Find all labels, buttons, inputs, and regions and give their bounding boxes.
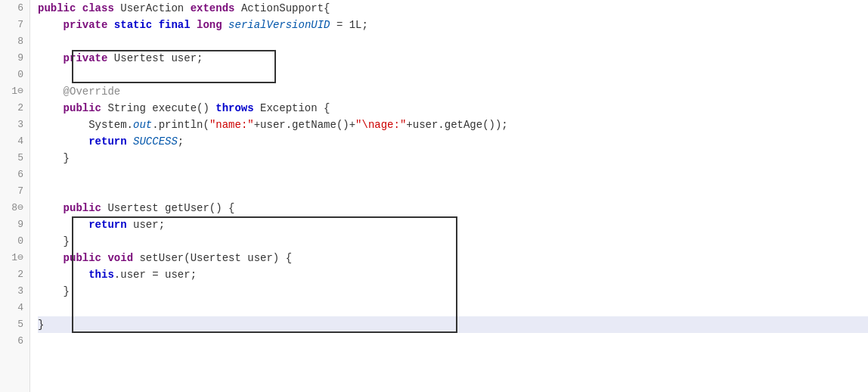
token-plain: user; bbox=[133, 219, 165, 231]
line-number: 8 bbox=[6, 33, 23, 50]
code-line bbox=[38, 333, 868, 350]
line-number: 1⊖ bbox=[6, 250, 23, 266]
code-line: public class UserAction extends ActionSu… bbox=[38, 0, 868, 17]
token-plain: +user.getName()+ bbox=[254, 119, 355, 131]
code-line: } bbox=[38, 233, 868, 250]
token-plain: .println( bbox=[152, 119, 209, 131]
token-kw: void bbox=[107, 252, 139, 264]
token-kw: class bbox=[82, 2, 120, 14]
line-numbers: 678901⊖2345678⊖901⊖23456 bbox=[0, 0, 30, 392]
token-kw2: return bbox=[88, 219, 133, 231]
code-line: } bbox=[38, 283, 868, 300]
token-kw2: this bbox=[88, 269, 114, 281]
token-plain: System. bbox=[38, 119, 133, 131]
line-number: 2 bbox=[6, 100, 23, 117]
token-annotation: @Override bbox=[64, 86, 121, 98]
token-plain: } bbox=[38, 285, 70, 297]
token-plain: Exception { bbox=[260, 102, 330, 114]
token-plain bbox=[38, 252, 64, 264]
token-kw: public bbox=[64, 202, 108, 214]
token-plain: String bbox=[107, 102, 152, 114]
token-plain: } bbox=[38, 235, 70, 247]
code-line bbox=[38, 33, 868, 50]
line-number: 1⊖ bbox=[6, 83, 23, 100]
token-plain: } bbox=[38, 152, 70, 164]
token-plain: } bbox=[38, 319, 44, 331]
line-number: 0 bbox=[6, 233, 23, 250]
token-plain bbox=[38, 135, 88, 148]
code-line bbox=[38, 300, 868, 316]
token-kw2: return bbox=[88, 135, 133, 148]
code-line: } bbox=[38, 150, 868, 166]
line-number: 7 bbox=[6, 17, 23, 33]
token-plain: ActionSupport{ bbox=[241, 2, 330, 14]
code-area: public class UserAction extends ActionSu… bbox=[30, 0, 868, 392]
token-plain bbox=[38, 52, 64, 64]
token-plain: ; bbox=[178, 135, 184, 148]
code-line: System.out.println("name:"+user.getName(… bbox=[38, 117, 868, 133]
line-number: 6 bbox=[6, 166, 23, 183]
line-number: 4 bbox=[6, 133, 23, 150]
line-number: 0 bbox=[6, 67, 23, 83]
line-number: 9 bbox=[6, 216, 23, 233]
line-number: 3 bbox=[6, 283, 23, 300]
token-kw: long bbox=[197, 19, 228, 31]
code-line: } bbox=[38, 316, 868, 333]
token-italic-blue: SUCCESS bbox=[133, 135, 178, 148]
token-plain: +user.getAge()); bbox=[406, 119, 507, 131]
token-kw: public bbox=[64, 252, 108, 264]
token-plain bbox=[38, 86, 64, 98]
line-number: 7 bbox=[6, 183, 23, 200]
code-line: public Usertest getUser() { bbox=[38, 200, 868, 216]
token-plain bbox=[38, 269, 88, 281]
line-number: 3 bbox=[6, 117, 23, 133]
line-number: 6 bbox=[6, 333, 23, 350]
token-plain bbox=[38, 102, 64, 114]
code-line: @Override bbox=[38, 83, 868, 100]
token-plain: .user = user; bbox=[114, 269, 197, 281]
line-number: 5 bbox=[6, 150, 23, 166]
code-line bbox=[38, 166, 868, 183]
token-string: "name:" bbox=[209, 119, 254, 131]
token-plain: Usertest getUser() { bbox=[107, 202, 234, 214]
token-plain: Usertest user; bbox=[114, 52, 203, 64]
token-kw: public bbox=[64, 102, 108, 114]
code-line: private Usertest user; bbox=[38, 50, 868, 67]
token-kw: extends bbox=[191, 2, 241, 14]
code-line bbox=[38, 67, 868, 83]
line-number: 8⊖ bbox=[6, 200, 23, 216]
token-string: "\nage:" bbox=[355, 119, 406, 131]
line-number: 4 bbox=[6, 300, 23, 316]
token-kw: public bbox=[38, 2, 82, 14]
token-plain: = 1L; bbox=[330, 19, 368, 31]
token-plain: execute() bbox=[152, 102, 215, 114]
line-number: 5 bbox=[6, 316, 23, 333]
code-line: public void setUser(Usertest user) { bbox=[38, 250, 868, 266]
code-line: private static final long serialVersionU… bbox=[38, 17, 868, 33]
token-plain bbox=[38, 202, 64, 214]
code-line bbox=[38, 183, 868, 200]
line-number: 6 bbox=[6, 0, 23, 17]
token-plain: UserAction bbox=[120, 2, 190, 14]
token-kw2: final bbox=[159, 19, 197, 31]
token-italic-blue: serialVersionUID bbox=[228, 19, 330, 31]
token-kw: private bbox=[38, 19, 114, 31]
line-number: 9 bbox=[6, 50, 23, 67]
token-plain: setUser(Usertest user) { bbox=[139, 252, 292, 264]
token-italic-blue: out bbox=[133, 119, 152, 131]
code-line: this.user = user; bbox=[38, 266, 868, 283]
token-plain bbox=[38, 219, 88, 231]
token-kw: private bbox=[64, 52, 114, 64]
code-line: return user; bbox=[38, 216, 868, 233]
code-line: return SUCCESS; bbox=[38, 133, 868, 150]
code-line: public String execute() throws Exception… bbox=[38, 100, 868, 117]
line-number: 2 bbox=[6, 266, 23, 283]
token-kw2: static bbox=[114, 19, 159, 31]
token-kw2: throws bbox=[215, 102, 260, 114]
